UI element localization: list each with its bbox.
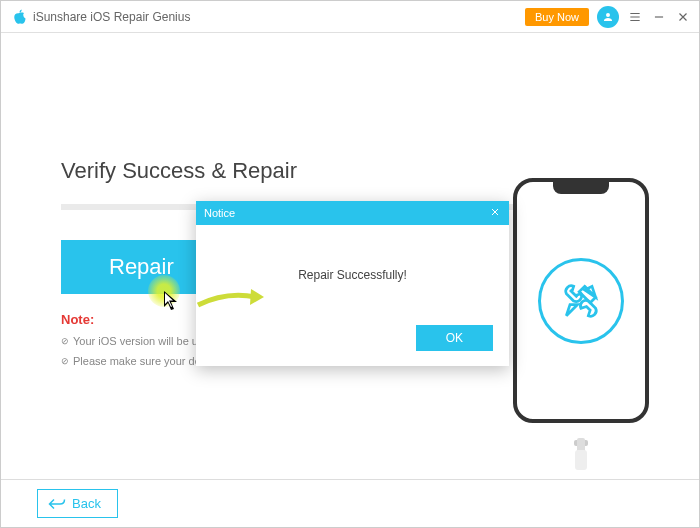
back-arrow-icon	[48, 498, 66, 510]
bullet-icon: ⊘	[61, 356, 69, 366]
bullet-icon: ⊘	[61, 336, 69, 346]
back-label: Back	[72, 496, 101, 511]
modal-close-icon[interactable]	[489, 206, 501, 220]
hamburger-icon[interactable]	[627, 9, 643, 25]
notice-modal: Notice Repair Successfully! OK	[196, 201, 509, 366]
app-logo-icon	[9, 8, 27, 26]
minimize-icon[interactable]	[651, 9, 667, 25]
note-text: Your iOS version will be up…	[73, 335, 215, 347]
window-close-icon[interactable]	[675, 9, 691, 25]
phone-illustration	[513, 178, 649, 438]
modal-body: Repair Successfully!	[196, 225, 509, 325]
buy-now-button[interactable]: Buy Now	[525, 8, 589, 26]
back-button[interactable]: Back	[37, 489, 118, 518]
modal-header: Notice	[196, 201, 509, 225]
cursor-icon	[164, 291, 180, 317]
user-icon[interactable]	[597, 6, 619, 28]
tools-icon	[538, 258, 624, 344]
titlebar: iSunshare iOS Repair Genius Buy Now	[1, 1, 699, 33]
bottom-bar: Back	[1, 479, 699, 527]
ok-button[interactable]: OK	[416, 325, 493, 351]
modal-title: Notice	[204, 207, 235, 219]
app-title: iSunshare iOS Repair Genius	[33, 10, 190, 24]
